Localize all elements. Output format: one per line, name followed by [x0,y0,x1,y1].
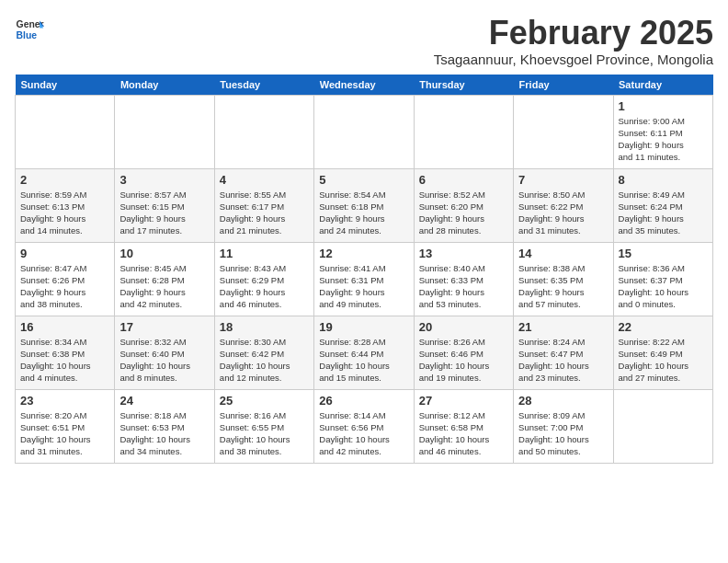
day-info: Sunrise: 8:09 AM Sunset: 7:00 PM Dayligh… [518,409,608,458]
day-info: Sunrise: 8:24 AM Sunset: 6:47 PM Dayligh… [518,336,608,385]
day-info: Sunrise: 8:30 AM Sunset: 6:42 PM Dayligh… [220,336,309,385]
calendar-week-2: 2Sunrise: 8:59 AM Sunset: 6:13 PM Daylig… [16,168,713,242]
title-area: February 2025 Tsagaannuur, Khoevsgoel Pr… [434,15,713,67]
calendar-week-1: 1Sunrise: 9:00 AM Sunset: 6:11 PM Daylig… [16,95,713,168]
day-number: 7 [518,173,608,187]
day-number: 2 [20,173,109,187]
day-info: Sunrise: 8:55 AM Sunset: 6:17 PM Dayligh… [220,189,309,237]
day-info: Sunrise: 8:59 AM Sunset: 6:13 PM Dayligh… [20,189,109,237]
calendar-cell: 12Sunrise: 8:41 AM Sunset: 6:31 PM Dayli… [314,242,414,316]
day-info: Sunrise: 9:00 AM Sunset: 6:11 PM Dayligh… [619,115,708,164]
day-info: Sunrise: 8:16 AM Sunset: 6:55 PM Dayligh… [220,409,309,458]
day-number: 14 [518,247,608,260]
day-info: Sunrise: 8:40 AM Sunset: 6:33 PM Dayligh… [419,262,508,311]
day-info: Sunrise: 8:18 AM Sunset: 6:53 PM Dayligh… [119,409,209,458]
calendar-table: SundayMondayTuesdayWednesdayThursdayFrid… [15,75,713,464]
calendar-cell [16,95,115,168]
logo: General Blue [15,15,44,44]
day-number: 3 [119,173,209,187]
calendar-cell [414,95,513,168]
day-number: 1 [619,99,708,113]
weekday-header-saturday: Saturday [613,75,712,96]
day-info: Sunrise: 8:12 AM Sunset: 6:58 PM Dayligh… [419,409,508,458]
weekday-header-monday: Monday [115,75,214,96]
day-number: 26 [319,394,408,408]
calendar-cell: 24Sunrise: 8:18 AM Sunset: 6:53 PM Dayli… [115,389,214,463]
calendar-cell: 4Sunrise: 8:55 AM Sunset: 6:17 PM Daylig… [214,168,313,242]
day-info: Sunrise: 8:28 AM Sunset: 6:44 PM Dayligh… [319,336,408,385]
calendar-cell: 3Sunrise: 8:57 AM Sunset: 6:15 PM Daylig… [115,168,214,242]
calendar-cell: 2Sunrise: 8:59 AM Sunset: 6:13 PM Daylig… [16,168,115,242]
day-number: 12 [319,247,408,260]
calendar-cell: 13Sunrise: 8:40 AM Sunset: 6:33 PM Dayli… [414,242,513,316]
day-info: Sunrise: 8:26 AM Sunset: 6:46 PM Dayligh… [419,336,508,385]
day-number: 9 [20,247,109,260]
weekday-header-sunday: Sunday [16,75,115,96]
day-number: 23 [20,394,109,408]
calendar-cell: 26Sunrise: 8:14 AM Sunset: 6:56 PM Dayli… [314,389,414,463]
day-info: Sunrise: 8:57 AM Sunset: 6:15 PM Dayligh… [119,189,209,237]
day-info: Sunrise: 8:47 AM Sunset: 6:26 PM Dayligh… [20,262,109,311]
day-info: Sunrise: 8:45 AM Sunset: 6:28 PM Dayligh… [119,262,209,311]
day-number: 16 [20,320,109,334]
day-info: Sunrise: 8:36 AM Sunset: 6:37 PM Dayligh… [619,262,708,311]
day-number: 25 [220,394,309,408]
calendar-cell: 6Sunrise: 8:52 AM Sunset: 6:20 PM Daylig… [414,168,513,242]
day-number: 17 [119,320,209,334]
calendar-cell: 22Sunrise: 8:22 AM Sunset: 6:49 PM Dayli… [613,316,712,389]
logo-icon: General Blue [15,15,44,44]
calendar-cell: 5Sunrise: 8:54 AM Sunset: 6:18 PM Daylig… [314,168,414,242]
calendar-cell [514,95,613,168]
calendar-cell: 25Sunrise: 8:16 AM Sunset: 6:55 PM Dayli… [214,389,313,463]
calendar-week-5: 23Sunrise: 8:20 AM Sunset: 6:51 PM Dayli… [16,389,713,463]
day-number: 18 [220,320,309,334]
day-info: Sunrise: 8:38 AM Sunset: 6:35 PM Dayligh… [518,262,608,311]
weekday-header-tuesday: Tuesday [214,75,313,96]
day-info: Sunrise: 8:14 AM Sunset: 6:56 PM Dayligh… [319,409,408,458]
day-number: 28 [518,394,608,408]
day-number: 10 [119,247,209,260]
calendar-cell: 19Sunrise: 8:28 AM Sunset: 6:44 PM Dayli… [314,316,414,389]
calendar-cell: 11Sunrise: 8:43 AM Sunset: 6:29 PM Dayli… [214,242,313,316]
calendar-cell [613,389,712,463]
month-title: February 2025 [434,15,713,52]
calendar-cell: 28Sunrise: 8:09 AM Sunset: 7:00 PM Dayli… [514,389,613,463]
day-info: Sunrise: 8:49 AM Sunset: 6:24 PM Dayligh… [619,189,708,237]
calendar-cell: 1Sunrise: 9:00 AM Sunset: 6:11 PM Daylig… [613,95,712,168]
day-info: Sunrise: 8:22 AM Sunset: 6:49 PM Dayligh… [619,336,708,385]
calendar-cell: 14Sunrise: 8:38 AM Sunset: 6:35 PM Dayli… [514,242,613,316]
calendar-cell: 23Sunrise: 8:20 AM Sunset: 6:51 PM Dayli… [16,389,115,463]
weekday-header-row: SundayMondayTuesdayWednesdayThursdayFrid… [16,75,713,96]
svg-text:Blue: Blue [17,30,38,40]
calendar-cell: 9Sunrise: 8:47 AM Sunset: 6:26 PM Daylig… [16,242,115,316]
calendar-cell: 20Sunrise: 8:26 AM Sunset: 6:46 PM Dayli… [414,316,513,389]
day-number: 8 [619,173,708,187]
day-number: 6 [419,173,508,187]
day-info: Sunrise: 8:52 AM Sunset: 6:20 PM Dayligh… [419,189,508,237]
calendar-cell: 16Sunrise: 8:34 AM Sunset: 6:38 PM Dayli… [16,316,115,389]
weekday-header-friday: Friday [514,75,613,96]
calendar-cell: 10Sunrise: 8:45 AM Sunset: 6:28 PM Dayli… [115,242,214,316]
day-info: Sunrise: 8:41 AM Sunset: 6:31 PM Dayligh… [319,262,408,311]
day-info: Sunrise: 8:43 AM Sunset: 6:29 PM Dayligh… [220,262,309,311]
calendar-cell: 18Sunrise: 8:30 AM Sunset: 6:42 PM Dayli… [214,316,313,389]
day-number: 20 [419,320,508,334]
calendar-cell: 8Sunrise: 8:49 AM Sunset: 6:24 PM Daylig… [613,168,712,242]
day-number: 5 [319,173,408,187]
calendar-cell: 27Sunrise: 8:12 AM Sunset: 6:58 PM Dayli… [414,389,513,463]
page-header: General Blue February 2025 Tsagaannuur, … [15,15,713,67]
day-number: 27 [419,394,508,408]
day-number: 15 [619,247,708,260]
weekday-header-wednesday: Wednesday [314,75,414,96]
day-number: 22 [619,320,708,334]
day-number: 21 [518,320,608,334]
day-info: Sunrise: 8:32 AM Sunset: 6:40 PM Dayligh… [119,336,209,385]
day-info: Sunrise: 8:54 AM Sunset: 6:18 PM Dayligh… [319,189,408,237]
day-number: 13 [419,247,508,260]
day-number: 24 [119,394,209,408]
calendar-cell: 17Sunrise: 8:32 AM Sunset: 6:40 PM Dayli… [115,316,214,389]
calendar-week-4: 16Sunrise: 8:34 AM Sunset: 6:38 PM Dayli… [16,316,713,389]
calendar-cell: 7Sunrise: 8:50 AM Sunset: 6:22 PM Daylig… [514,168,613,242]
day-info: Sunrise: 8:20 AM Sunset: 6:51 PM Dayligh… [20,409,109,458]
day-number: 4 [220,173,309,187]
